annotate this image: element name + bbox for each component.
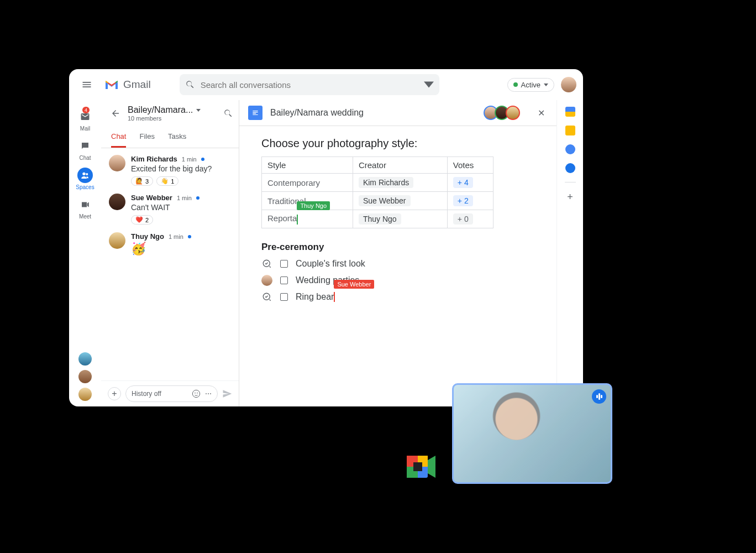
search-icon[interactable] xyxy=(223,108,233,118)
rail-presence xyxy=(78,352,92,401)
style-table: StyleCreatorVotes Contemporary Kim Richa… xyxy=(261,156,494,228)
checklist-item[interactable]: Wedding parties xyxy=(261,275,534,286)
space-title: Bailey/Namara... xyxy=(128,105,193,115)
account-avatar[interactable] xyxy=(561,77,576,92)
reaction-chip[interactable]: ❤️2 xyxy=(131,215,153,225)
add-button[interactable]: + xyxy=(108,387,121,400)
presence-avatar[interactable] xyxy=(78,388,92,401)
document-panel: Bailey/Namara wedding ✕ Choose your phot… xyxy=(239,100,556,406)
section-heading: Pre-ceremony xyxy=(261,242,534,253)
search-bar[interactable] xyxy=(180,74,439,95)
reaction-chip[interactable]: 👋1 xyxy=(156,176,179,186)
chat-icon xyxy=(80,141,90,151)
keep-icon[interactable] xyxy=(565,126,575,135)
chat-message: Kim Richards1 min Excited for the big da… xyxy=(109,155,233,186)
status-label: Active xyxy=(521,81,540,89)
add-addon-button[interactable]: + xyxy=(567,191,573,203)
gmail-icon xyxy=(104,79,119,90)
table-row: ReportaThuy Ngo Thuy Ngo +0 xyxy=(262,210,494,228)
rail-mail[interactable]: 4 Mail xyxy=(77,107,93,134)
gmail-window: Gmail Active 4 Mail Chat xyxy=(69,69,583,406)
unread-dot-icon xyxy=(196,196,200,200)
document-title: Bailey/Namara wedding xyxy=(270,108,364,118)
presence-avatar[interactable] xyxy=(78,352,92,366)
docs-icon xyxy=(248,106,262,120)
space-tabs: Chat Files Tasks xyxy=(101,127,239,148)
creator-chip[interactable]: Kim Richards xyxy=(359,177,413,188)
checkbox[interactable] xyxy=(280,293,288,301)
svg-rect-11 xyxy=(413,462,422,471)
chevron-down-icon[interactable] xyxy=(196,109,201,112)
gmail-logo[interactable]: Gmail xyxy=(104,79,151,91)
doc-heading: Choose your photography style: xyxy=(261,137,534,150)
tasks-icon[interactable] xyxy=(565,144,575,154)
document-body[interactable]: Choose your photography style: StyleCrea… xyxy=(239,126,556,406)
send-icon[interactable] xyxy=(222,389,232,399)
assign-icon[interactable] xyxy=(261,258,272,269)
google-meet-logo xyxy=(403,452,438,481)
assignee-avatar[interactable] xyxy=(261,275,272,286)
chat-sidebar: Bailey/Namara... 10 members Chat Files T… xyxy=(101,100,239,406)
checkbox[interactable] xyxy=(280,260,288,268)
checklist-item[interactable]: Ring bearSue Webber xyxy=(261,291,534,302)
creator-chip[interactable]: Thuy Ngo xyxy=(359,213,401,225)
vote-chip[interactable]: +4 xyxy=(453,177,473,188)
message-input[interactable]: History off ⋯ xyxy=(125,385,218,402)
collab-cursor: Thuy Ngo xyxy=(297,213,298,224)
checkbox[interactable] xyxy=(280,276,288,284)
status-dot-icon xyxy=(513,82,518,87)
avatar xyxy=(109,194,125,210)
nav-rail: 4 Mail Chat Spaces Meet xyxy=(69,100,101,406)
vote-chip[interactable]: +0 xyxy=(453,213,473,225)
collab-cursor: Sue Webber xyxy=(334,292,335,302)
svg-point-1 xyxy=(86,173,88,175)
creator-chip[interactable]: Sue Webber xyxy=(359,195,411,206)
table-row: Traditional Sue Webber +2 xyxy=(262,192,494,210)
checklist-item[interactable]: Couple's first look xyxy=(261,258,534,269)
calendar-icon[interactable] xyxy=(565,107,575,117)
message-list: Kim Richards1 min Excited for the big da… xyxy=(101,148,239,380)
vote-chip[interactable]: +2 xyxy=(453,195,473,206)
topbar: Gmail Active xyxy=(69,69,583,100)
back-button[interactable] xyxy=(107,105,124,122)
meet-icon xyxy=(80,200,90,210)
emoji-icon[interactable] xyxy=(192,389,201,398)
svg-point-3 xyxy=(195,393,196,394)
search-input[interactable] xyxy=(195,80,424,90)
tab-tasks[interactable]: Tasks xyxy=(168,127,186,148)
speaking-indicator-icon xyxy=(592,389,606,404)
contacts-icon[interactable] xyxy=(565,163,575,173)
message-composer: + History off ⋯ xyxy=(101,380,239,406)
search-icon xyxy=(185,80,195,90)
assign-icon[interactable] xyxy=(261,291,272,302)
svg-point-4 xyxy=(197,393,198,394)
avatar xyxy=(109,232,125,249)
space-subtitle: 10 members xyxy=(128,115,201,122)
presence-avatar[interactable] xyxy=(78,370,92,383)
meet-pip-window[interactable] xyxy=(452,383,612,484)
rail-chat[interactable]: Chat xyxy=(77,136,93,163)
close-button[interactable]: ✕ xyxy=(534,106,548,119)
rail-spaces[interactable]: Spaces xyxy=(76,165,94,192)
collaborators xyxy=(487,106,520,120)
status-chip[interactable]: Active xyxy=(507,78,554,92)
main-menu-button[interactable] xyxy=(76,74,98,96)
collaborator-avatar[interactable] xyxy=(506,106,520,120)
mail-badge: 4 xyxy=(82,107,90,113)
chevron-down-icon xyxy=(544,84,548,86)
spaces-icon xyxy=(81,171,90,180)
rail-meet[interactable]: Meet xyxy=(77,195,93,222)
side-panel: + xyxy=(556,100,583,406)
svg-point-0 xyxy=(82,173,85,175)
tab-files[interactable]: Files xyxy=(139,127,154,148)
more-icon[interactable]: ⋯ xyxy=(205,390,212,398)
svg-point-2 xyxy=(192,390,200,397)
reaction-chip[interactable]: 🙋3 xyxy=(131,176,153,186)
unread-dot-icon xyxy=(201,158,204,161)
table-row: Contemporary Kim Richards +4 xyxy=(262,174,494,192)
chat-message: Sue Webber1 min Can't WAIT ❤️2 xyxy=(109,194,233,225)
unread-dot-icon xyxy=(188,235,191,238)
tab-chat[interactable]: Chat xyxy=(111,127,126,148)
search-options-caret-icon[interactable] xyxy=(424,80,434,90)
chat-message: Thuy Ngo1 min 🥳 xyxy=(109,232,233,256)
